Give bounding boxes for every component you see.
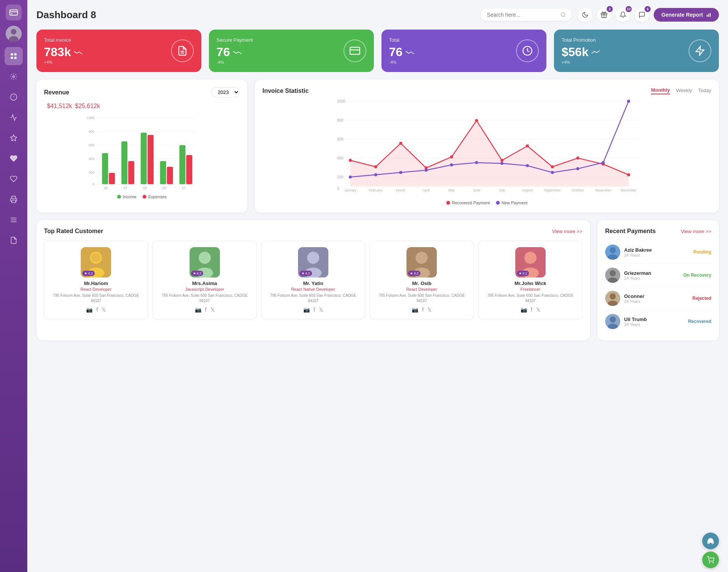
payment-value: 76 [217, 45, 344, 59]
customer-name-0: Mr.Hariom [49, 281, 143, 286]
tab-today[interactable]: Today [698, 88, 711, 94]
customers-view-more[interactable]: View more >> [552, 229, 582, 234]
sidebar-item-documents[interactable] [5, 231, 23, 249]
facebook-icon-4[interactable]: f [531, 307, 532, 313]
sidebar-item-saved[interactable] [5, 170, 23, 188]
rating-3: ★ 4.2 [408, 271, 420, 276]
svg-rect-43 [128, 161, 134, 184]
payment-avatar-3 [605, 314, 620, 329]
cart-fab[interactable] [702, 552, 719, 568]
svg-rect-21 [710, 13, 711, 17]
social-0: 📷 f 𝕏 [49, 307, 143, 313]
payment-status-0: Pending [693, 249, 711, 255]
customer-photo-3: ★ 4.2 [406, 247, 437, 277]
svg-text:800: 800 [337, 118, 344, 122]
generate-report-button[interactable]: Generate Report [654, 8, 719, 22]
customer-card-0: ★ 4.2 Mr.Hariom React Developer 795 Fols… [44, 241, 148, 319]
svg-point-131 [713, 563, 714, 563]
legend-expenses: Expenses [143, 194, 166, 199]
sidebar-item-list[interactable] [5, 211, 23, 229]
facebook-icon-0[interactable]: f [96, 307, 98, 313]
payment-status-3: Recovered [688, 319, 711, 324]
svg-rect-47 [167, 167, 173, 184]
sidebar-item-analytics[interactable] [5, 108, 23, 127]
stat-card-promotion: Total Promotion $56k +4% [554, 30, 719, 72]
support-fab[interactable] [702, 533, 719, 549]
svg-text:800: 800 [89, 130, 94, 133]
notifications-button[interactable]: 12 [616, 8, 630, 22]
messages-button[interactable]: 5 [635, 8, 649, 22]
svg-rect-5 [11, 53, 13, 56]
svg-point-110 [307, 252, 319, 264]
gift-button[interactable]: 2 [597, 8, 611, 22]
sidebar-item-info[interactable] [5, 88, 23, 106]
main-content: Dashboard 8 2 12 5 Generate Report [27, 0, 728, 572]
payment-age-3: 24 Years [624, 322, 684, 327]
svg-point-16 [561, 13, 565, 17]
svg-point-113 [416, 252, 428, 264]
dark-mode-button[interactable] [578, 8, 592, 22]
svg-text:February: February [369, 188, 383, 192]
tab-weekly[interactable]: Weekly [676, 88, 692, 94]
instagram-icon-3[interactable]: 📷 [412, 307, 418, 313]
invoice-value: 783k [44, 45, 171, 59]
facebook-icon-1[interactable]: f [205, 307, 207, 313]
invoice-label: Total invoice [44, 37, 171, 43]
expenses-dot [143, 195, 146, 199]
twitter-icon-2[interactable]: 𝕏 [319, 307, 323, 313]
customer-card-3: ★ 4.2 Mr. Osib React Developer 795 Folso… [370, 241, 474, 319]
customer-name-1: Mrs.Asima [157, 281, 251, 286]
svg-point-88 [602, 161, 605, 164]
instagram-icon-2[interactable]: 📷 [303, 307, 310, 313]
payment-avatar-1 [605, 268, 620, 283]
svg-text:400: 400 [337, 156, 344, 160]
payment-avatar-0 [605, 244, 620, 260]
svg-rect-7 [11, 57, 13, 59]
trend-icon-4 [592, 49, 600, 55]
svg-point-116 [524, 252, 537, 264]
invoice-icon [171, 39, 194, 62]
sidebar [0, 0, 27, 572]
facebook-icon-3[interactable]: f [422, 307, 424, 313]
svg-point-73 [526, 144, 529, 147]
twitter-icon-1[interactable]: 𝕏 [210, 307, 215, 313]
sidebar-logo[interactable] [6, 5, 22, 20]
svg-point-85 [526, 164, 529, 167]
tab-monthly[interactable]: Monthly [651, 87, 670, 94]
svg-point-71 [475, 119, 478, 122]
instagram-icon-0[interactable]: 📷 [86, 307, 93, 313]
payment-age-1: 24 Years [624, 276, 679, 281]
facebook-icon-2[interactable]: f [314, 307, 315, 313]
income-dot [117, 195, 121, 199]
bell-badge: 12 [626, 6, 632, 12]
sidebar-item-print[interactable] [5, 190, 23, 208]
sidebar-item-settings[interactable] [5, 67, 23, 86]
user-avatar[interactable] [6, 26, 22, 42]
search-input[interactable] [487, 12, 557, 18]
payment-name-3: Uli Trumb [624, 317, 684, 322]
sidebar-item-favorites[interactable] [5, 129, 23, 147]
rating-1: ★ 4.2 [191, 271, 204, 276]
svg-rect-44 [141, 133, 147, 184]
instagram-icon-1[interactable]: 📷 [195, 307, 201, 313]
sidebar-item-dashboard[interactable] [5, 47, 23, 65]
twitter-icon-4[interactable]: 𝕏 [536, 307, 540, 313]
social-1: 📷 f 𝕏 [157, 307, 251, 313]
twitter-icon-0[interactable]: 𝕏 [102, 307, 106, 313]
sidebar-item-liked[interactable] [5, 149, 23, 168]
search-bar[interactable] [481, 9, 572, 21]
payment-name-2: Oconner [624, 293, 689, 299]
customer-card-1: ★ 4.2 Mrs.Asima Javascript Developer 795… [152, 241, 256, 319]
svg-point-3 [11, 29, 17, 34]
invoice-line-chart: 1000 800 600 400 200 0 [262, 97, 711, 196]
instagram-icon-4[interactable]: 📷 [521, 307, 527, 313]
twitter-icon-3[interactable]: 𝕏 [427, 307, 431, 313]
year-select[interactable]: 2023 2022 2021 [211, 87, 240, 97]
bar-chart-area: 1000 800 600 400 200 0 [44, 114, 240, 199]
customer-photo-0: ★ 4.2 [81, 247, 111, 277]
customer-role-0: React Developer [49, 287, 143, 291]
payments-view-more[interactable]: View more >> [681, 229, 711, 234]
promotion-value: $56k [562, 45, 689, 59]
total-icon [516, 39, 539, 62]
customer-role-4: Freelancer [483, 287, 577, 291]
